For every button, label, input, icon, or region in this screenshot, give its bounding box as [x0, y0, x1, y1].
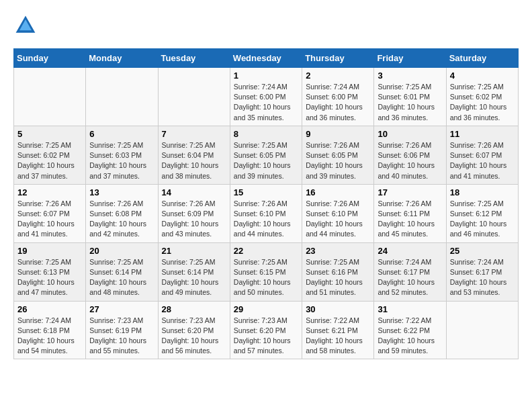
- day-info: Sunrise: 7:24 AM Sunset: 6:17 PM Dayligh…: [378, 257, 442, 298]
- day-info: Sunrise: 7:25 AM Sunset: 6:03 PM Dayligh…: [89, 140, 154, 181]
- day-info: Sunrise: 7:25 AM Sunset: 6:12 PM Dayligh…: [450, 199, 515, 240]
- logo-icon: [13, 13, 38, 38]
- day-info: Sunrise: 7:26 AM Sunset: 6:07 PM Dayligh…: [450, 140, 515, 181]
- day-number: 7: [162, 129, 226, 139]
- header-cell-monday: Monday: [86, 49, 158, 68]
- day-cell: 28Sunrise: 7:23 AM Sunset: 6:20 PM Dayli…: [158, 301, 230, 359]
- day-number: 18: [450, 187, 515, 197]
- day-cell: 2Sunrise: 7:24 AM Sunset: 6:00 PM Daylig…: [302, 68, 374, 126]
- day-number: 28: [162, 304, 226, 314]
- day-cell: 6Sunrise: 7:25 AM Sunset: 6:03 PM Daylig…: [86, 126, 158, 184]
- day-number: 17: [378, 187, 442, 197]
- day-number: 21: [162, 246, 226, 256]
- day-cell: 5Sunrise: 7:25 AM Sunset: 6:02 PM Daylig…: [14, 126, 86, 184]
- day-cell: 17Sunrise: 7:26 AM Sunset: 6:11 PM Dayli…: [374, 184, 446, 242]
- day-cell: 21Sunrise: 7:25 AM Sunset: 6:14 PM Dayli…: [158, 242, 230, 301]
- week-row-4: 19Sunrise: 7:25 AM Sunset: 6:13 PM Dayli…: [14, 242, 519, 301]
- header-cell-wednesday: Wednesday: [230, 49, 302, 68]
- day-info: Sunrise: 7:26 AM Sunset: 6:10 PM Dayligh…: [234, 199, 298, 240]
- day-cell: 19Sunrise: 7:25 AM Sunset: 6:13 PM Dayli…: [14, 242, 86, 301]
- day-number: 20: [89, 246, 154, 256]
- day-cell: 18Sunrise: 7:25 AM Sunset: 6:12 PM Dayli…: [446, 184, 518, 242]
- day-info: Sunrise: 7:26 AM Sunset: 6:11 PM Dayligh…: [378, 199, 442, 240]
- day-number: 14: [162, 187, 226, 197]
- day-cell: 9Sunrise: 7:26 AM Sunset: 6:05 PM Daylig…: [302, 126, 374, 184]
- header-cell-thursday: Thursday: [302, 49, 374, 68]
- day-number: 2: [306, 71, 370, 81]
- day-info: Sunrise: 7:25 AM Sunset: 6:04 PM Dayligh…: [162, 140, 226, 181]
- day-cell: 11Sunrise: 7:26 AM Sunset: 6:07 PM Dayli…: [446, 126, 518, 184]
- day-info: Sunrise: 7:25 AM Sunset: 6:05 PM Dayligh…: [234, 140, 298, 181]
- header-cell-friday: Friday: [374, 49, 446, 68]
- day-info: Sunrise: 7:25 AM Sunset: 6:02 PM Dayligh…: [17, 140, 82, 181]
- day-info: Sunrise: 7:26 AM Sunset: 6:07 PM Dayligh…: [17, 199, 82, 240]
- day-cell: 8Sunrise: 7:25 AM Sunset: 6:05 PM Daylig…: [230, 126, 302, 184]
- calendar-body: 1Sunrise: 7:24 AM Sunset: 6:00 PM Daylig…: [14, 68, 519, 359]
- day-number: 30: [306, 304, 370, 314]
- day-number: 26: [17, 304, 82, 314]
- day-number: 3: [378, 71, 442, 81]
- calendar-header: SundayMondayTuesdayWednesdayThursdayFrid…: [14, 49, 519, 68]
- day-number: 23: [306, 246, 370, 256]
- day-number: 22: [234, 246, 298, 256]
- day-number: 29: [234, 304, 298, 314]
- header-cell-saturday: Saturday: [446, 49, 518, 68]
- day-cell: 30Sunrise: 7:22 AM Sunset: 6:21 PM Dayli…: [302, 301, 374, 359]
- day-info: Sunrise: 7:24 AM Sunset: 6:17 PM Dayligh…: [450, 257, 515, 298]
- day-cell: [86, 68, 158, 126]
- day-cell: 7Sunrise: 7:25 AM Sunset: 6:04 PM Daylig…: [158, 126, 230, 184]
- day-info: Sunrise: 7:24 AM Sunset: 6:18 PM Dayligh…: [17, 316, 82, 357]
- day-number: 24: [378, 246, 442, 256]
- day-info: Sunrise: 7:23 AM Sunset: 6:19 PM Dayligh…: [89, 316, 154, 357]
- day-number: 5: [17, 129, 82, 139]
- week-row-5: 26Sunrise: 7:24 AM Sunset: 6:18 PM Dayli…: [14, 301, 519, 359]
- day-number: 13: [89, 187, 154, 197]
- day-number: 12: [17, 187, 82, 197]
- day-number: 16: [306, 187, 370, 197]
- day-cell: 3Sunrise: 7:25 AM Sunset: 6:01 PM Daylig…: [374, 68, 446, 126]
- week-row-1: 1Sunrise: 7:24 AM Sunset: 6:00 PM Daylig…: [14, 68, 519, 126]
- day-cell: 4Sunrise: 7:25 AM Sunset: 6:02 PM Daylig…: [446, 68, 518, 126]
- day-cell: 27Sunrise: 7:23 AM Sunset: 6:19 PM Dayli…: [86, 301, 158, 359]
- day-number: 15: [234, 187, 298, 197]
- week-row-3: 12Sunrise: 7:26 AM Sunset: 6:07 PM Dayli…: [14, 184, 519, 242]
- day-info: Sunrise: 7:22 AM Sunset: 6:21 PM Dayligh…: [306, 316, 370, 357]
- day-cell: 13Sunrise: 7:26 AM Sunset: 6:08 PM Dayli…: [86, 184, 158, 242]
- day-number: 9: [306, 129, 370, 139]
- day-cell: 15Sunrise: 7:26 AM Sunset: 6:10 PM Dayli…: [230, 184, 302, 242]
- day-number: 8: [234, 129, 298, 139]
- day-cell: [446, 301, 518, 359]
- logo: [13, 13, 39, 38]
- day-number: 27: [89, 304, 154, 314]
- day-cell: 31Sunrise: 7:22 AM Sunset: 6:22 PM Dayli…: [374, 301, 446, 359]
- day-info: Sunrise: 7:25 AM Sunset: 6:02 PM Dayligh…: [450, 82, 515, 123]
- header-row: SundayMondayTuesdayWednesdayThursdayFrid…: [14, 49, 519, 68]
- day-number: 11: [450, 129, 515, 139]
- day-number: 4: [450, 71, 515, 81]
- day-info: Sunrise: 7:26 AM Sunset: 6:06 PM Dayligh…: [378, 140, 442, 181]
- day-info: Sunrise: 7:25 AM Sunset: 6:14 PM Dayligh…: [89, 257, 154, 298]
- day-number: 19: [17, 246, 82, 256]
- day-cell: 16Sunrise: 7:26 AM Sunset: 6:10 PM Dayli…: [302, 184, 374, 242]
- day-info: Sunrise: 7:26 AM Sunset: 6:09 PM Dayligh…: [162, 199, 226, 240]
- day-cell: 25Sunrise: 7:24 AM Sunset: 6:17 PM Dayli…: [446, 242, 518, 301]
- day-info: Sunrise: 7:26 AM Sunset: 6:10 PM Dayligh…: [306, 199, 370, 240]
- day-info: Sunrise: 7:24 AM Sunset: 6:00 PM Dayligh…: [234, 82, 298, 123]
- day-info: Sunrise: 7:24 AM Sunset: 6:00 PM Dayligh…: [306, 82, 370, 123]
- day-info: Sunrise: 7:25 AM Sunset: 6:15 PM Dayligh…: [234, 257, 298, 298]
- day-info: Sunrise: 7:23 AM Sunset: 6:20 PM Dayligh…: [234, 316, 298, 357]
- day-info: Sunrise: 7:23 AM Sunset: 6:20 PM Dayligh…: [162, 316, 226, 357]
- day-cell: 12Sunrise: 7:26 AM Sunset: 6:07 PM Dayli…: [14, 184, 86, 242]
- header-cell-tuesday: Tuesday: [158, 49, 230, 68]
- page-header: [13, 13, 519, 38]
- day-cell: [158, 68, 230, 126]
- day-number: 1: [234, 71, 298, 81]
- day-cell: 14Sunrise: 7:26 AM Sunset: 6:09 PM Dayli…: [158, 184, 230, 242]
- week-row-2: 5Sunrise: 7:25 AM Sunset: 6:02 PM Daylig…: [14, 126, 519, 184]
- day-info: Sunrise: 7:25 AM Sunset: 6:13 PM Dayligh…: [17, 257, 82, 298]
- day-cell: [14, 68, 86, 126]
- day-number: 6: [89, 129, 154, 139]
- day-cell: 10Sunrise: 7:26 AM Sunset: 6:06 PM Dayli…: [374, 126, 446, 184]
- day-info: Sunrise: 7:25 AM Sunset: 6:14 PM Dayligh…: [162, 257, 226, 298]
- day-cell: 20Sunrise: 7:25 AM Sunset: 6:14 PM Dayli…: [86, 242, 158, 301]
